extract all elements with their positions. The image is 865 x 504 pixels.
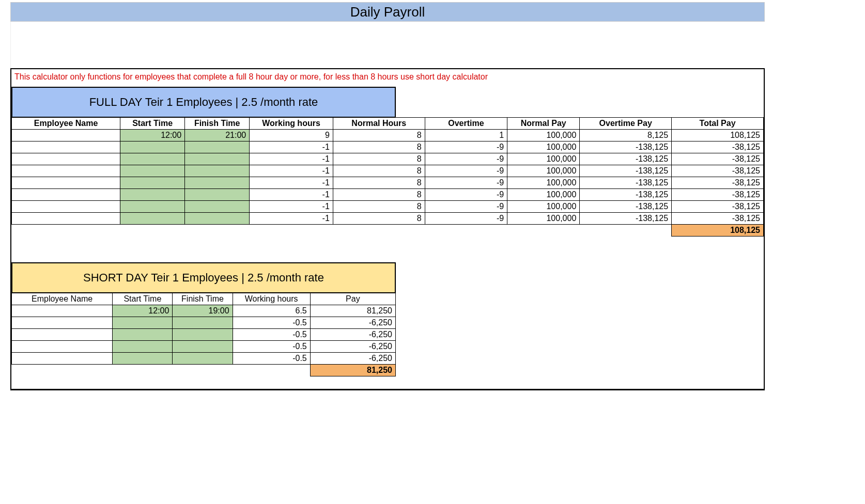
cell-opay: -138,125	[580, 141, 672, 153]
cell-work: -1	[250, 141, 333, 153]
cell-finish[interactable]: 21:00	[185, 130, 250, 141]
full-day-header-row: Employee Name Start Time Finish Time Wor…	[12, 118, 764, 130]
cell-start[interactable]	[120, 165, 185, 177]
table-row: -18-9100,000-138,125-38,125	[12, 189, 764, 201]
cell-emp[interactable]	[12, 177, 120, 189]
cell-tpay: -38,125	[672, 165, 764, 177]
cell-start[interactable]: 12:00	[120, 130, 185, 141]
cell-opay: -138,125	[580, 213, 672, 225]
payroll-container: This calculator only functions for emplo…	[10, 68, 765, 390]
table-row: 12:0021:00981100,0008,125108,125	[12, 130, 764, 141]
col-header-npay: Normal Pay	[507, 118, 580, 130]
cell-opay: -138,125	[580, 201, 672, 213]
full-day-total-row: 108,125	[12, 225, 764, 237]
cell-emp[interactable]	[12, 317, 113, 329]
cell-pay: -6,250	[310, 329, 395, 341]
cell-over: -9	[425, 153, 507, 165]
cell-work: -1	[250, 189, 333, 201]
cell-start[interactable]	[113, 329, 173, 341]
table-row: -18-9100,000-138,125-38,125	[12, 213, 764, 225]
full-day-total: 108,125	[672, 225, 764, 237]
cell-tpay: -38,125	[672, 177, 764, 189]
cell-normal: 8	[333, 201, 425, 213]
cell-finish[interactable]	[173, 353, 233, 365]
cell-finish[interactable]	[185, 201, 250, 213]
cell-normal: 8	[333, 165, 425, 177]
cell-over: -9	[425, 213, 507, 225]
table-row: 12:0019:006.581,250	[12, 305, 396, 317]
cell-finish[interactable]	[173, 329, 233, 341]
cell-tpay: -38,125	[672, 153, 764, 165]
cell-start[interactable]	[120, 201, 185, 213]
cell-over: -9	[425, 177, 507, 189]
cell-finish[interactable]	[185, 213, 250, 225]
cell-finish[interactable]	[185, 153, 250, 165]
cell-tpay: -38,125	[672, 201, 764, 213]
cell-pay: -6,250	[310, 353, 395, 365]
cell-emp[interactable]	[12, 341, 113, 353]
cell-finish[interactable]	[185, 165, 250, 177]
cell-work: 9	[250, 130, 333, 141]
col-header-normal: Normal Hours	[333, 118, 425, 130]
cell-finish[interactable]: 19:00	[173, 305, 233, 317]
cell-tpay: -38,125	[672, 189, 764, 201]
cell-start[interactable]	[120, 189, 185, 201]
col-header-finish: Finish Time	[185, 118, 250, 130]
cell-opay: -138,125	[580, 165, 672, 177]
cell-emp[interactable]	[12, 213, 120, 225]
cell-normal: 8	[333, 177, 425, 189]
cell-work: -1	[250, 165, 333, 177]
cell-tpay: -38,125	[672, 213, 764, 225]
table-row: -0.5-6,250	[12, 329, 396, 341]
cell-opay: -138,125	[580, 189, 672, 201]
cell-finish[interactable]	[185, 177, 250, 189]
table-row: -18-9100,000-138,125-38,125	[12, 141, 764, 153]
col-header-start: Start Time	[113, 293, 173, 305]
table-row: -18-9100,000-138,125-38,125	[12, 165, 764, 177]
cell-work: -1	[250, 153, 333, 165]
table-row: -0.5-6,250	[12, 353, 396, 365]
cell-emp[interactable]	[12, 329, 113, 341]
table-row: -0.5-6,250	[12, 317, 396, 329]
cell-work: 6.5	[233, 305, 310, 317]
cell-normal: 8	[333, 213, 425, 225]
cell-start[interactable]	[113, 353, 173, 365]
cell-start[interactable]	[113, 317, 173, 329]
cell-emp[interactable]	[12, 353, 113, 365]
cell-emp[interactable]	[12, 165, 120, 177]
cell-over: 1	[425, 130, 507, 141]
cell-work: -0.5	[233, 317, 310, 329]
cell-npay: 100,000	[507, 189, 580, 201]
col-header-emp: Employee Name	[12, 293, 113, 305]
cell-emp[interactable]	[12, 305, 113, 317]
cell-finish[interactable]	[185, 141, 250, 153]
cell-finish[interactable]	[185, 189, 250, 201]
cell-start[interactable]	[120, 213, 185, 225]
cell-npay: 100,000	[507, 153, 580, 165]
cell-start[interactable]	[113, 341, 173, 353]
cell-emp[interactable]	[12, 130, 120, 141]
cell-start[interactable]	[120, 177, 185, 189]
short-day-table: Employee Name Start Time Finish Time Wor…	[11, 293, 396, 376]
cell-over: -9	[425, 201, 507, 213]
cell-work: -1	[250, 213, 333, 225]
cell-emp[interactable]	[12, 189, 120, 201]
cell-start[interactable]	[120, 153, 185, 165]
cell-tpay: 108,125	[672, 130, 764, 141]
full-day-title: FULL DAY Teir 1 Employees | 2.5 /month r…	[11, 87, 396, 117]
cell-opay: -138,125	[580, 177, 672, 189]
col-header-work: Working hours	[233, 293, 310, 305]
cell-normal: 8	[333, 153, 425, 165]
cell-npay: 100,000	[507, 130, 580, 141]
cell-start[interactable]: 12:00	[113, 305, 173, 317]
col-header-emp: Employee Name	[12, 118, 120, 130]
table-row: -18-9100,000-138,125-38,125	[12, 177, 764, 189]
cell-emp[interactable]	[12, 141, 120, 153]
cell-emp[interactable]	[12, 201, 120, 213]
table-row: -18-9100,000-138,125-38,125	[12, 201, 764, 213]
cell-over: -9	[425, 141, 507, 153]
cell-finish[interactable]	[173, 317, 233, 329]
cell-start[interactable]	[120, 141, 185, 153]
cell-emp[interactable]	[12, 153, 120, 165]
cell-finish[interactable]	[173, 341, 233, 353]
